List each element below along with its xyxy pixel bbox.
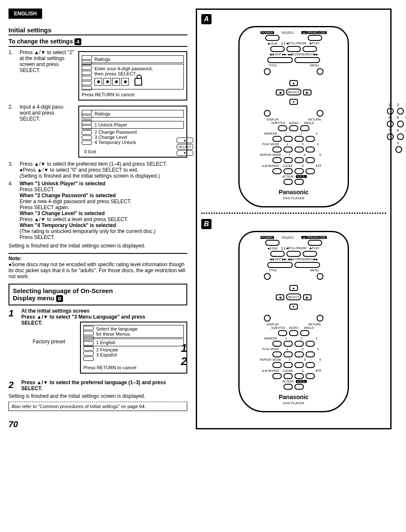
- step1-num: 1.: [9, 49, 16, 102]
- lang-opt3: 3 Español: [83, 352, 184, 357]
- step4-num: 4.: [9, 181, 16, 240]
- step4c-heading: When "3 Change Level" is selected: [20, 210, 187, 216]
- screen-icon-strip-2: [82, 109, 92, 146]
- brand-b: Panasonic: [242, 394, 345, 400]
- section-b-title1: Selecting language of On-Screen: [13, 287, 113, 294]
- step4d-heading: When "4 Temporary Unlock" is selected: [20, 222, 187, 228]
- lock-icon: [134, 78, 142, 86]
- remote-a: POWERVEQ2011▲ OPEN/CLOSE ■STOP❙❙◀STILL/P…: [238, 26, 349, 207]
- lang-pre: At the initial settings screen: [21, 308, 187, 314]
- screen1-line1: Enter your 4-digit password,: [84, 66, 182, 71]
- screen1-return: Press RETURN to cancel: [82, 92, 184, 97]
- lang-step2-text: Press ▲/▼ to select the preferred langua…: [21, 380, 187, 391]
- lang-opt2: 2 Français: [83, 347, 184, 352]
- step3-sub2: (Setting is finished and the initial set…: [20, 173, 187, 179]
- lang-scr-t1: Select the language: [86, 326, 182, 331]
- step3-sub1: ●Press ▲/▼ to select "0" and press SELEC…: [20, 167, 187, 173]
- step4b-text1: Enter a new 4-digit password and press S…: [20, 198, 187, 204]
- screen-icon-strip-3: [83, 325, 94, 362]
- pw-box-4: ✱: [121, 78, 129, 86]
- dpad-a: ▲▼◀▶ SELECT: [272, 78, 315, 107]
- heading-change-settings: To change the settings A: [9, 38, 187, 47]
- screen2-opt3: 3 Change Level: [82, 135, 184, 140]
- note-text: ●Some discs may not be encoded with spec…: [9, 262, 187, 279]
- lang-step1-num: 1: [9, 308, 18, 375]
- screen-ratings-password: Ratings Enter your 4-digit password, the…: [78, 51, 187, 101]
- screen-language-menu: Select the language for these Menus. 1 E…: [80, 322, 187, 374]
- step2-text: Input a 4-digit pass-word and press SELE…: [20, 104, 75, 159]
- screen1-title: Ratings: [82, 55, 184, 63]
- brand-a: Panasonic: [242, 189, 345, 196]
- section-language-heading: Selecting language of On-Screen Display …: [9, 284, 187, 305]
- remote-illustration-panel: A ▲ SELECT ▼ 123 456 789 0 POWERVEQ2011▲…: [196, 9, 392, 429]
- password-boxes: ✱ ✱ ✱ ✱: [94, 78, 182, 86]
- lang-instr1: Press ▲/▼ to select "3 Menu Language" an…: [21, 314, 187, 320]
- step4b-heading: When "2 Change Password" is selected: [20, 193, 187, 198]
- screen2-opt1: 1 Unlock Player: [82, 121, 184, 129]
- screen1-line2: then press SELECT.: [84, 71, 182, 76]
- ref-box: Also refer to "Common procedures of init…: [9, 402, 187, 411]
- marker-a-inline: A: [74, 38, 81, 45]
- lang-step2-num: 2: [9, 380, 18, 391]
- finish-line: Setting is finished and the initial sett…: [9, 243, 187, 249]
- lang-scr-t2: for these Menus.: [86, 331, 182, 336]
- dotted-divider: [201, 213, 386, 214]
- panel-marker-b: B: [201, 219, 212, 229]
- step2-num: 2.: [9, 104, 16, 159]
- screen-icon-strip: [82, 55, 92, 91]
- step4a-text: Press SELECT.: [20, 187, 187, 193]
- lang-return: Press RETURN to cancel: [83, 365, 184, 370]
- remote-b: POWERVEQ2011▲ OPEN/CLOSE ■STOP❙❙◀STILL/P…: [238, 231, 349, 412]
- step4b-text2: Press SELECT again.: [20, 204, 187, 210]
- screen2-opt4: 4 Temporary Unlock: [82, 140, 184, 145]
- step3-text: Press ▲/▼ to select the preferred item (…: [20, 161, 187, 167]
- screen2-exit: 0 Exit: [82, 149, 184, 154]
- screen2-opt2: 2 Change Password: [82, 129, 184, 135]
- factory-preset-label: Factory preset: [21, 339, 77, 345]
- step4d-text2: Press SELECT.: [20, 234, 187, 240]
- lang-instr2: SELECT.: [21, 320, 77, 326]
- language-badge: ENGLISH: [9, 9, 42, 19]
- step1-text: Press ▲/▼ to select "2" at the initial s…: [20, 49, 75, 102]
- pw-box-3: ✱: [112, 78, 120, 86]
- lang-finish: Setting is finished and the initial sett…: [9, 393, 187, 399]
- sub-b: DVD PLAYER: [242, 401, 345, 405]
- screen2-title: Ratings: [82, 110, 184, 118]
- callout-a-buttons: ▲ SELECT ▼: [176, 137, 194, 157]
- heading-change-settings-text: To change the settings: [9, 38, 73, 45]
- pw-box-2: ✱: [103, 78, 111, 86]
- step4a-heading: When "1 Unlock Player" is selected: [20, 181, 187, 187]
- sub-a: DVD PLAYER: [242, 196, 345, 200]
- panel-marker-a: A: [201, 14, 212, 24]
- heading-initial-settings: Initial settings: [9, 26, 187, 35]
- note-label: Note:: [9, 256, 187, 262]
- callout-a-numbers: 123 456 789 0: [386, 103, 406, 154]
- page-number: 70: [9, 420, 187, 429]
- step4d-text1: (The rating is unlocked temporarily only…: [20, 228, 187, 234]
- callout-b-step-numbers: 1 2: [181, 342, 187, 368]
- pw-box-1: ✱: [94, 78, 102, 86]
- screen-ratings-menu: Ratings 1 Unlock Player 2 Change Passwor…: [78, 106, 187, 158]
- step3-num: 3.: [9, 161, 16, 179]
- dpad-b: ▲▼◀▶ SELECT: [272, 282, 315, 312]
- section-b-title2: Display menu: [13, 294, 54, 302]
- step4c-text: Press ▲/▼ to select a level and press SE…: [20, 216, 187, 222]
- lang-opt1: 1 English: [83, 339, 184, 346]
- marker-b-inline: B: [56, 295, 63, 302]
